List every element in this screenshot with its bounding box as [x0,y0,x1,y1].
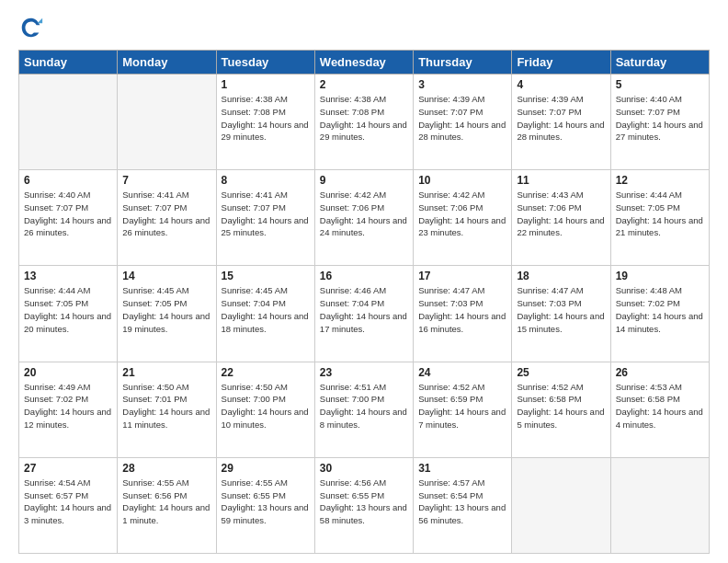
day-number: 6 [24,174,112,187]
day-number: 2 [320,78,408,91]
day-info: Sunrise: 4:55 AM Sunset: 6:55 PM Dayligh… [222,477,310,527]
day-cell [118,75,216,170]
day-info: Sunrise: 4:49 AM Sunset: 7:02 PM Dayligh… [24,381,112,431]
day-number: 11 [517,174,605,187]
day-info: Sunrise: 4:48 AM Sunset: 7:02 PM Dayligh… [616,284,704,335]
day-info: Sunrise: 4:39 AM Sunset: 7:07 PM Dayligh… [418,93,506,144]
day-info: Sunrise: 4:38 AM Sunset: 7:08 PM Dayligh… [222,93,310,144]
weekday-saturday: Saturday [610,51,709,75]
day-number: 29 [222,462,310,475]
day-number: 25 [517,366,605,379]
day-number: 10 [418,174,506,187]
day-cell: 30Sunrise: 4:56 AM Sunset: 6:55 PM Dayli… [314,457,413,553]
day-number: 30 [320,462,408,475]
day-cell: 23Sunrise: 4:51 AM Sunset: 7:00 PM Dayli… [314,362,413,457]
day-number: 28 [122,462,210,475]
logo-icon [18,15,44,40]
day-info: Sunrise: 4:40 AM Sunset: 7:07 PM Dayligh… [616,93,704,144]
weekday-header-row: SundayMondayTuesdayWednesdayThursdayFrid… [19,51,710,75]
day-number: 8 [222,174,310,187]
day-number: 20 [24,366,112,379]
day-number: 7 [122,174,210,187]
day-cell: 2Sunrise: 4:38 AM Sunset: 7:08 PM Daylig… [314,75,413,170]
day-info: Sunrise: 4:41 AM Sunset: 7:07 PM Dayligh… [122,189,210,239]
day-info: Sunrise: 4:56 AM Sunset: 6:55 PM Dayligh… [320,477,408,527]
day-info: Sunrise: 4:45 AM Sunset: 7:05 PM Dayligh… [122,284,210,335]
weekday-sunday: Sunday [19,51,118,75]
day-number: 24 [418,366,506,379]
day-number: 5 [616,78,704,91]
day-info: Sunrise: 4:54 AM Sunset: 6:57 PM Dayligh… [24,477,112,527]
day-number: 15 [222,270,310,282]
day-info: Sunrise: 4:50 AM Sunset: 7:00 PM Dayligh… [222,381,310,431]
day-info: Sunrise: 4:41 AM Sunset: 7:07 PM Dayligh… [222,189,310,239]
week-row-2: 6Sunrise: 4:40 AM Sunset: 7:07 PM Daylig… [19,170,710,266]
week-row-1: 1Sunrise: 4:38 AM Sunset: 7:08 PM Daylig… [19,75,710,170]
week-row-5: 27Sunrise: 4:54 AM Sunset: 6:57 PM Dayli… [19,457,710,553]
day-info: Sunrise: 4:47 AM Sunset: 7:03 PM Dayligh… [517,284,605,335]
day-cell: 20Sunrise: 4:49 AM Sunset: 7:02 PM Dayli… [19,362,118,457]
day-number: 9 [320,174,408,187]
day-cell: 24Sunrise: 4:52 AM Sunset: 6:59 PM Dayli… [414,362,512,457]
day-info: Sunrise: 4:38 AM Sunset: 7:08 PM Dayligh… [320,93,408,144]
day-cell: 28Sunrise: 4:55 AM Sunset: 6:56 PM Dayli… [118,457,216,553]
day-cell: 3Sunrise: 4:39 AM Sunset: 7:07 PM Daylig… [414,75,512,170]
day-cell: 17Sunrise: 4:47 AM Sunset: 7:03 PM Dayli… [414,266,512,362]
logo [18,15,48,40]
day-cell: 13Sunrise: 4:44 AM Sunset: 7:05 PM Dayli… [19,266,118,362]
day-info: Sunrise: 4:47 AM Sunset: 7:03 PM Dayligh… [418,284,506,335]
header [18,15,710,40]
day-cell: 6Sunrise: 4:40 AM Sunset: 7:07 PM Daylig… [19,170,118,266]
day-info: Sunrise: 4:44 AM Sunset: 7:05 PM Dayligh… [616,189,704,239]
day-number: 26 [616,366,704,379]
day-number: 1 [222,78,310,91]
day-number: 18 [517,270,605,282]
day-info: Sunrise: 4:45 AM Sunset: 7:04 PM Dayligh… [222,284,310,335]
day-number: 31 [418,462,506,475]
day-cell: 15Sunrise: 4:45 AM Sunset: 7:04 PM Dayli… [216,266,314,362]
day-cell: 7Sunrise: 4:41 AM Sunset: 7:07 PM Daylig… [118,170,216,266]
day-cell: 16Sunrise: 4:46 AM Sunset: 7:04 PM Dayli… [314,266,413,362]
day-info: Sunrise: 4:43 AM Sunset: 7:06 PM Dayligh… [517,189,605,239]
day-info: Sunrise: 4:53 AM Sunset: 6:58 PM Dayligh… [616,381,704,431]
day-info: Sunrise: 4:52 AM Sunset: 6:58 PM Dayligh… [517,381,605,431]
day-cell: 22Sunrise: 4:50 AM Sunset: 7:00 PM Dayli… [216,362,314,457]
day-cell [19,75,118,170]
day-number: 23 [320,366,408,379]
day-cell [610,457,709,553]
day-number: 3 [418,78,506,91]
day-number: 17 [418,270,506,282]
day-cell: 26Sunrise: 4:53 AM Sunset: 6:58 PM Dayli… [610,362,709,457]
day-info: Sunrise: 4:52 AM Sunset: 6:59 PM Dayligh… [418,381,506,431]
day-number: 19 [616,270,704,282]
day-cell: 11Sunrise: 4:43 AM Sunset: 7:06 PM Dayli… [512,170,610,266]
day-number: 27 [24,462,112,475]
day-info: Sunrise: 4:42 AM Sunset: 7:06 PM Dayligh… [418,189,506,239]
day-cell: 1Sunrise: 4:38 AM Sunset: 7:08 PM Daylig… [216,75,314,170]
day-number: 12 [616,174,704,187]
day-info: Sunrise: 4:39 AM Sunset: 7:07 PM Dayligh… [517,93,605,144]
day-cell: 10Sunrise: 4:42 AM Sunset: 7:06 PM Dayli… [414,170,512,266]
day-cell: 21Sunrise: 4:50 AM Sunset: 7:01 PM Dayli… [118,362,216,457]
day-info: Sunrise: 4:40 AM Sunset: 7:07 PM Dayligh… [24,189,112,239]
day-cell: 9Sunrise: 4:42 AM Sunset: 7:06 PM Daylig… [314,170,413,266]
weekday-friday: Friday [512,51,610,75]
day-number: 22 [222,366,310,379]
day-cell: 19Sunrise: 4:48 AM Sunset: 7:02 PM Dayli… [610,266,709,362]
weekday-monday: Monday [118,51,216,75]
day-cell: 8Sunrise: 4:41 AM Sunset: 7:07 PM Daylig… [216,170,314,266]
day-number: 14 [122,270,210,282]
calendar-table: SundayMondayTuesdayWednesdayThursdayFrid… [18,50,710,554]
day-cell: 18Sunrise: 4:47 AM Sunset: 7:03 PM Dayli… [512,266,610,362]
day-number: 13 [24,270,112,282]
weekday-thursday: Thursday [414,51,512,75]
day-number: 16 [320,270,408,282]
day-info: Sunrise: 4:55 AM Sunset: 6:56 PM Dayligh… [122,477,210,527]
week-row-4: 20Sunrise: 4:49 AM Sunset: 7:02 PM Dayli… [19,362,710,457]
weekday-wednesday: Wednesday [314,51,413,75]
day-cell: 14Sunrise: 4:45 AM Sunset: 7:05 PM Dayli… [118,266,216,362]
day-number: 21 [122,366,210,379]
day-cell: 25Sunrise: 4:52 AM Sunset: 6:58 PM Dayli… [512,362,610,457]
weekday-tuesday: Tuesday [216,51,314,75]
day-number: 4 [517,78,605,91]
